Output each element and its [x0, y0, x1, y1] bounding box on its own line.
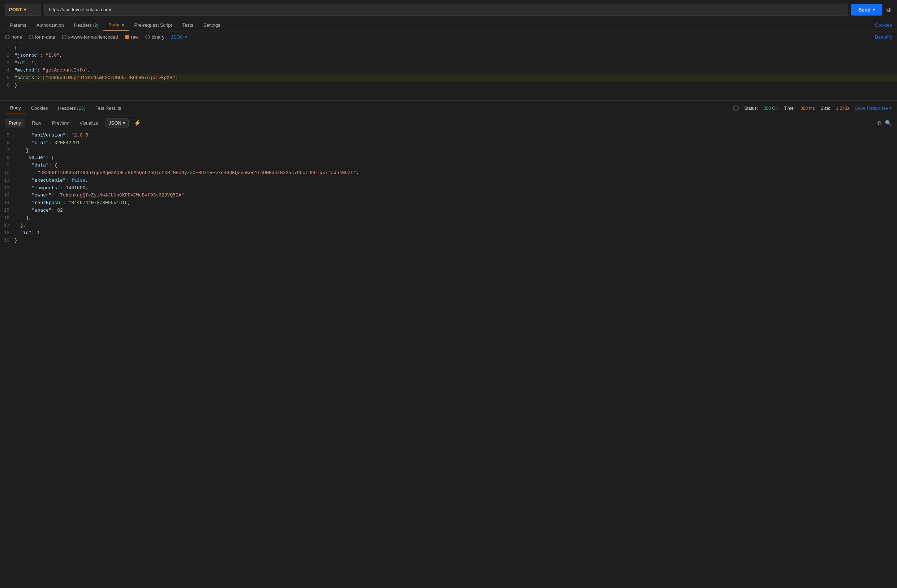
resp-tab-headers[interactable]: Headers (26): [53, 103, 91, 113]
body-type-urlencoded[interactable]: x-www-form-urlencoded: [62, 34, 118, 40]
json-format-label: JSON: [171, 34, 184, 40]
response-section: Body Cookies Headers (26) Test Results S…: [0, 101, 897, 588]
fmt-tab-visualize[interactable]: Visualize: [76, 119, 102, 127]
resp-line-17: 17 },: [0, 222, 897, 230]
resp-line-9: 9 "data": {: [0, 162, 897, 170]
tab-prerequest-label: Pre-request Script: [134, 22, 172, 28]
response-format-bar: Pretty Raw Preview Visualize JSON ▾ ⚡ ⧉ …: [0, 116, 897, 130]
request-tabs: Params Authorization Headers (9) Body Pr…: [0, 19, 897, 31]
save-response-label: Save Response: [855, 105, 888, 111]
tab-settings[interactable]: Settings: [198, 20, 225, 31]
resp-line-12: 12 "lamports": 1461600,: [0, 185, 897, 192]
size-label: Size:: [821, 106, 831, 111]
status-label: Status:: [744, 106, 758, 111]
tab-tests-label: Tests: [182, 22, 193, 28]
send-label: Send: [858, 7, 871, 13]
fmt-tab-raw[interactable]: Raw: [28, 119, 45, 127]
app-container: POST ▾ Send ▾ ⧉ Params Authorization Hea…: [0, 0, 897, 588]
resp-line-6: 6 "slot": 320842291: [0, 139, 897, 147]
status-value: 200 OK: [764, 106, 778, 111]
tab-authorization[interactable]: Authorization: [31, 20, 69, 31]
cookies-link[interactable]: Cookies: [875, 22, 892, 28]
none-radio: [5, 35, 10, 40]
response-status-info: Status: 200 OK Time: 360 ms Size: 1.2 KB…: [733, 105, 892, 111]
req-line-1: 1 {: [0, 44, 897, 52]
tab-tests[interactable]: Tests: [177, 20, 198, 31]
req-line-2: 2 "jsonrpc": "2.0",: [0, 52, 897, 60]
method-chevron-icon: ▾: [24, 7, 26, 12]
save-response-chevron-icon: ▾: [889, 105, 892, 111]
resp-action-icons: ⧉ 🔍: [877, 120, 892, 127]
resp-tab-body[interactable]: Body: [5, 103, 26, 113]
resp-line-7: 7 },: [0, 147, 897, 154]
url-input[interactable]: [44, 4, 848, 15]
time-label: Time:: [784, 106, 795, 111]
tab-body-label: Body: [109, 22, 119, 27]
binary-label: binary: [152, 34, 164, 40]
body-type-raw[interactable]: raw: [125, 34, 139, 40]
resp-line-18: 18 "id": 1: [0, 229, 897, 237]
request-body-editor[interactable]: 1 { 2 "jsonrpc": "2.0", 3 "id": 1, 4 "me…: [0, 43, 897, 101]
resp-line-16: 16 },: [0, 215, 897, 222]
raw-label: raw: [131, 34, 139, 40]
time-value: 360 ms: [801, 106, 814, 111]
search-icon-button[interactable]: 🔍: [885, 120, 892, 127]
raw-radio: [125, 35, 129, 40]
tab-params[interactable]: Params: [5, 20, 31, 31]
send-button[interactable]: Send ▾: [851, 4, 882, 15]
resp-json-select[interactable]: JSON ▾: [106, 119, 129, 127]
resp-line-14: 14 "rentEpoch": 184467440737309551615,: [0, 199, 897, 207]
binary-radio: [145, 35, 150, 40]
method-select[interactable]: POST ▾: [5, 4, 41, 15]
method-label: POST: [9, 7, 22, 12]
resp-line-5: 5 "apiVersion": "2.0.5",: [0, 132, 897, 139]
json-chevron-icon: ▾: [185, 34, 187, 40]
size-value: 1.2 KB: [836, 106, 849, 111]
req-line-6: 6 }: [0, 82, 897, 90]
save-icon-button[interactable]: ⧉: [885, 5, 892, 14]
formdata-radio: [29, 35, 33, 40]
body-active-dot: [122, 24, 124, 26]
tab-params-label: Params: [10, 22, 26, 28]
response-code: 5 "apiVersion": "2.0.5", 6 "slot": 32084…: [0, 130, 897, 588]
filter-icon: ⚡: [134, 120, 141, 126]
send-chevron-icon: ▾: [873, 7, 875, 12]
resp-line-19: 19 }: [0, 237, 897, 244]
req-line-3: 3 "id": 1,: [0, 60, 897, 67]
tab-settings-label: Settings: [203, 22, 220, 28]
tab-prerequest[interactable]: Pre-request Script: [129, 20, 177, 31]
tab-authorization-label: Authorization: [37, 22, 64, 28]
response-tabs: Body Cookies Headers (26) Test Results S…: [0, 101, 897, 116]
urlencoded-radio: [62, 35, 66, 40]
body-type-formdata[interactable]: form-data: [29, 34, 55, 40]
body-type-none[interactable]: none: [5, 34, 22, 40]
resp-line-15: 15 "space": 82: [0, 207, 897, 215]
resp-line-8: 8 "value": {: [0, 154, 897, 162]
save-response-button[interactable]: Save Response ▾: [855, 105, 892, 111]
fmt-tab-preview[interactable]: Preview: [48, 119, 72, 127]
tab-headers-label: Headers: [74, 22, 93, 28]
copy-icon-button[interactable]: ⧉: [877, 120, 882, 127]
resp-tab-cookies[interactable]: Cookies: [26, 103, 53, 113]
headers-badge: (9): [93, 23, 98, 28]
resp-line-13: 13 "owner": "TokenkegQfeZyiNwAJbNbGKPFXC…: [0, 192, 897, 199]
none-label: none: [12, 34, 22, 40]
beautify-button[interactable]: Beautify: [875, 34, 892, 40]
body-type-binary[interactable]: binary: [145, 34, 164, 40]
json-format-select[interactable]: JSON ▾: [171, 34, 187, 40]
formdata-label: form-data: [35, 34, 55, 40]
req-line-5: 5 "params": ["ChNkv9iW5pZJ1YAsNswC2CrdMU…: [0, 75, 897, 82]
fmt-tab-pretty[interactable]: Pretty: [5, 119, 24, 127]
tab-headers[interactable]: Headers (9): [69, 20, 103, 31]
req-line-4: 4 "method": "getAccountInfo",: [0, 67, 897, 75]
globe-icon: [733, 105, 739, 111]
top-bar: POST ▾ Send ▾ ⧉: [0, 0, 897, 19]
resp-line-10: 10 "DK9N6t1cUKGeS149Gnfgg5MqwXAQHFZk6MbQ…: [0, 170, 897, 177]
resp-tab-testresults[interactable]: Test Results: [90, 103, 126, 113]
resp-json-label: JSON: [109, 120, 121, 126]
urlencoded-label: x-www-form-urlencoded: [68, 34, 118, 40]
tab-body[interactable]: Body: [103, 19, 129, 31]
filter-icon-button[interactable]: ⚡: [132, 118, 142, 128]
body-type-bar: none form-data x-www-form-urlencoded raw…: [0, 31, 897, 43]
resp-line-11: 11 "executable": false,: [0, 177, 897, 185]
